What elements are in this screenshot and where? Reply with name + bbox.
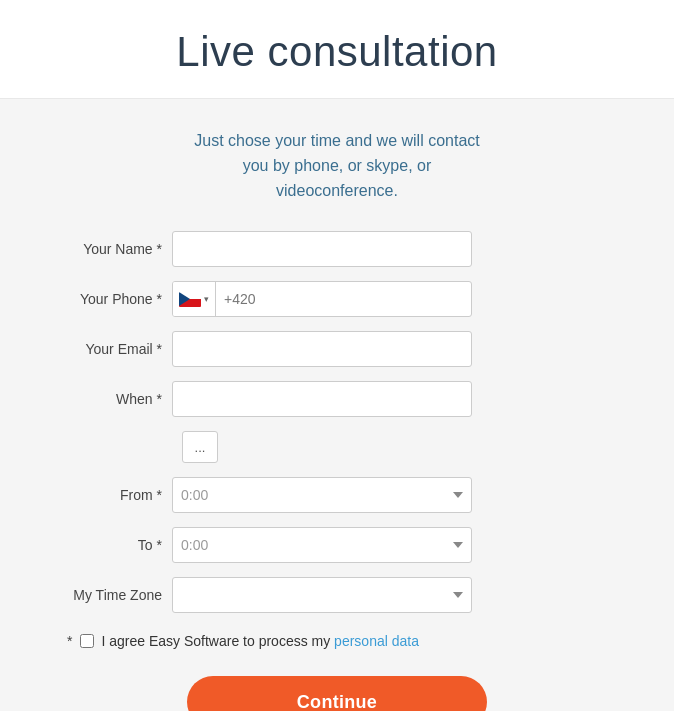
email-required-star: * [157,341,162,357]
form-container: Your Name * Your Phone * [57,231,617,711]
agree-text: I agree Easy Software to process my pers… [101,631,419,652]
when-input[interactable] [172,381,472,417]
header-section: Live consultation [0,0,674,99]
flag-chevron-icon: ▾ [204,294,209,304]
when-required-star: * [157,391,162,407]
page-wrapper: Live consultation Just chose your time a… [0,0,674,711]
from-required-star: * [157,487,162,503]
name-input[interactable] [172,231,472,267]
description-text: Just chose your time and we will contact… [187,129,487,203]
phone-required-star: * [157,291,162,307]
timezone-row: My Time Zone UTC Europe/Prague [57,577,617,613]
phone-label: Your Phone * [57,291,172,307]
timezone-label: My Time Zone [57,587,172,603]
from-select[interactable]: 0:00 1:00 2:00 [172,477,472,513]
flag-cz-icon [179,292,201,307]
when-label: When * [57,391,172,407]
phone-input[interactable] [216,282,471,316]
phone-flag-selector[interactable]: ▾ [173,282,216,316]
name-label: Your Name * [57,241,172,257]
email-label: Your Email * [57,341,172,357]
agree-required-star: * [67,631,72,649]
calendar-button[interactable]: ... [182,431,218,463]
from-row: From * 0:00 1:00 2:00 [57,477,617,513]
page-title: Live consultation [20,28,654,76]
phone-row: Your Phone * ▾ [57,281,617,317]
email-input[interactable] [172,331,472,367]
when-row: When * [57,381,617,417]
to-required-star: * [157,537,162,553]
email-row: Your Email * [57,331,617,367]
to-label: To * [57,537,172,553]
content-section: Just chose your time and we will contact… [0,99,674,711]
agree-row: * I agree Easy Software to process my pe… [57,631,617,652]
agree-link[interactable]: personal data [334,633,419,649]
to-row: To * 0:00 1:00 2:00 [57,527,617,563]
name-row: Your Name * [57,231,617,267]
calendar-row: ... [57,431,617,463]
agree-checkbox[interactable] [80,634,94,648]
name-required-star: * [157,241,162,257]
continue-button[interactable]: Continue [187,676,487,711]
phone-wrapper: ▾ [172,281,472,317]
timezone-select[interactable]: UTC Europe/Prague [172,577,472,613]
from-label: From * [57,487,172,503]
to-select[interactable]: 0:00 1:00 2:00 [172,527,472,563]
